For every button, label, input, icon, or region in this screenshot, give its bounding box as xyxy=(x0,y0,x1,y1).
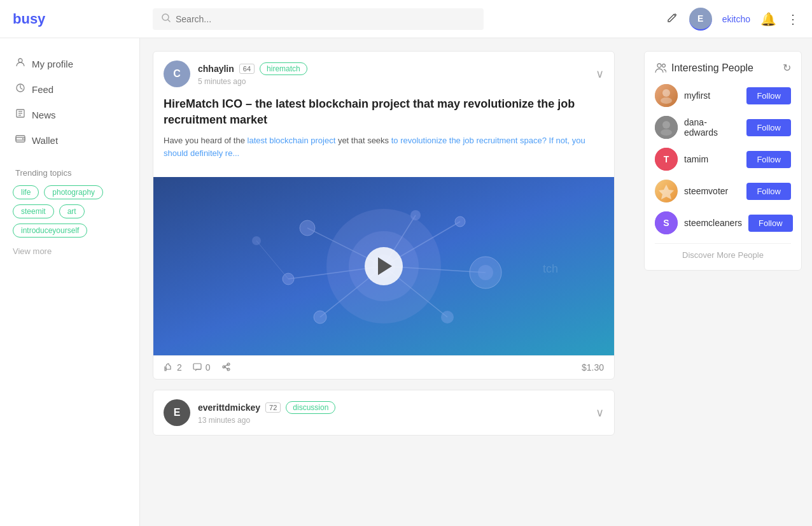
post-excerpt: Have you heard of the latest blockchain … xyxy=(164,134,604,159)
collapse-icon-2[interactable]: ∨ xyxy=(596,406,604,420)
avatar-inner-steemcleaners: S xyxy=(655,211,678,234)
header-right: E ekitcho 🔔 ⋮ xyxy=(666,8,799,31)
sidebar-label-wallet: Wallet xyxy=(32,135,58,146)
search-bar[interactable] xyxy=(153,8,484,30)
news-icon xyxy=(15,108,25,121)
more-options-icon[interactable]: ⋮ xyxy=(787,11,799,27)
edit-icon[interactable] xyxy=(666,11,679,27)
video-container[interactable]: tch xyxy=(153,177,614,355)
svg-text:S: S xyxy=(663,218,669,228)
tag-steemit[interactable]: steemit xyxy=(13,204,54,218)
svg-point-43 xyxy=(661,129,672,136)
follow-button-tamim[interactable]: Follow xyxy=(746,151,791,168)
post-tag[interactable]: hirematch xyxy=(260,62,307,75)
person-avatar-dana[interactable] xyxy=(655,116,678,139)
sidebar-item-my-profile[interactable]: My profile xyxy=(10,51,129,76)
sidebar-item-wallet[interactable]: Wallet xyxy=(10,127,129,153)
view-more-link[interactable]: View more xyxy=(10,246,129,256)
avatar-inner-steemvoter xyxy=(655,180,678,203)
search-icon xyxy=(162,13,171,25)
avatar-placeholder: C xyxy=(164,60,190,87)
app-logo[interactable]: busy xyxy=(13,11,153,27)
sidebar-label-my-profile: My profile xyxy=(32,59,73,69)
svg-point-40 xyxy=(661,97,672,104)
avatar[interactable]: E xyxy=(689,8,712,31)
post-header: C chhaylin 64 hirematch 5 minutes ago ∨ xyxy=(153,52,614,96)
refresh-icon[interactable]: ↻ xyxy=(783,62,791,74)
sidebar-item-news[interactable]: News xyxy=(10,102,129,127)
trending-tags: life photography steemit art introduceyo… xyxy=(10,185,129,238)
follow-button-steemcleaners[interactable]: Follow xyxy=(748,215,793,232)
avatar-placeholder-2: E xyxy=(164,399,190,426)
author-row-2: everittdmickey 72 discussion xyxy=(198,401,588,414)
excerpt-link-2[interactable]: to revolutionize the job recruitment spa… xyxy=(391,136,547,145)
feed-icon xyxy=(15,83,25,96)
post-title[interactable]: HireMatch ICO – the latest blockchain pr… xyxy=(164,96,604,128)
share-button[interactable] xyxy=(221,362,231,373)
profile-icon xyxy=(15,57,25,70)
svg-text:T: T xyxy=(664,154,669,164)
follow-button-myfirst[interactable]: Follow xyxy=(746,87,791,104)
person-row-steemcleaners: S steemcleaners Follow xyxy=(655,211,791,234)
play-triangle-icon xyxy=(378,257,392,275)
tag-art[interactable]: art xyxy=(59,204,85,218)
post-author-avatar-2[interactable]: E xyxy=(164,399,190,426)
sidebar-item-feed[interactable]: Feed xyxy=(10,76,129,102)
tag-introduceyourself[interactable]: introduceyourself xyxy=(13,224,87,238)
svg-point-2 xyxy=(18,59,22,62)
search-input[interactable] xyxy=(176,14,475,24)
person-name-myfirst[interactable]: myfirst xyxy=(684,90,740,101)
comment-button[interactable]: 0 xyxy=(192,362,211,373)
excerpt-link[interactable]: latest blockchain project xyxy=(248,136,336,145)
sidebar-label-feed: Feed xyxy=(32,84,53,95)
header: busy E ekitcho 🔔 ⋮ xyxy=(0,0,812,38)
post-header-2: E everittdmickey 72 discussion 13 minute… xyxy=(153,390,614,435)
layout: My profile Feed xyxy=(0,38,812,526)
person-name-dana[interactable]: dana-edwards xyxy=(684,117,740,138)
person-name-tamim[interactable]: tamim xyxy=(684,154,740,164)
svg-line-1 xyxy=(168,20,170,22)
post-meta: chhaylin 64 hirematch 5 minutes ago xyxy=(198,62,588,86)
post-author-name[interactable]: chhaylin xyxy=(198,64,234,74)
interesting-people-panel: Interesting People ↻ myfirst Follow xyxy=(644,51,802,271)
author-row: chhaylin 64 hirematch xyxy=(198,62,588,75)
avatar-initials: E xyxy=(697,13,703,24)
right-panel: Interesting People ↻ myfirst Follow xyxy=(634,38,812,526)
person-row-tamim: T tamim Follow xyxy=(655,148,791,171)
username-label[interactable]: ekitcho xyxy=(722,14,750,24)
play-button[interactable] xyxy=(365,247,403,285)
svg-point-36 xyxy=(657,64,661,68)
sidebar-label-news: News xyxy=(32,110,56,120)
post-score-2: 72 xyxy=(265,402,281,413)
comment-count: 0 xyxy=(206,362,211,373)
person-name-steemvoter[interactable]: steemvoter xyxy=(684,186,740,196)
avatar-inner-tamim: T xyxy=(655,148,678,171)
panel-title: Interesting People ↻ xyxy=(655,62,791,74)
follow-button-steemvoter[interactable]: Follow xyxy=(746,183,791,200)
follow-button-dana[interactable]: Follow xyxy=(746,119,791,136)
person-avatar-steemvoter[interactable] xyxy=(655,180,678,203)
person-name-steemcleaners[interactable]: steemcleaners xyxy=(684,218,742,228)
like-button[interactable]: 2 xyxy=(164,362,182,373)
video-overlay xyxy=(153,177,614,355)
discover-more-link[interactable]: Discover More People xyxy=(655,243,791,260)
bell-icon[interactable]: 🔔 xyxy=(760,11,776,27)
svg-point-39 xyxy=(662,89,670,97)
post-author-avatar[interactable]: C xyxy=(164,60,190,87)
person-avatar-tamim[interactable]: T xyxy=(655,148,678,171)
svg-point-37 xyxy=(662,64,666,67)
post-tag-2[interactable]: discussion xyxy=(286,401,335,414)
avatar-inner-dana xyxy=(655,116,678,139)
person-row-steemvoter: steemvoter Follow xyxy=(655,180,791,203)
person-row-dana: dana-edwards Follow xyxy=(655,116,791,139)
person-avatar-myfirst[interactable] xyxy=(655,84,678,107)
avatar-inner xyxy=(655,84,678,107)
tag-photography[interactable]: photography xyxy=(44,185,103,199)
person-avatar-steemcleaners[interactable]: S xyxy=(655,211,678,234)
svg-point-10 xyxy=(22,138,24,139)
collapse-icon[interactable]: ∨ xyxy=(596,67,604,81)
tag-life[interactable]: life xyxy=(13,185,39,199)
main-content: C chhaylin 64 hirematch 5 minutes ago ∨ … xyxy=(140,38,627,526)
post-author-name-2[interactable]: everittdmickey xyxy=(198,402,260,413)
post-card-2: E everittdmickey 72 discussion 13 minute… xyxy=(153,390,615,436)
